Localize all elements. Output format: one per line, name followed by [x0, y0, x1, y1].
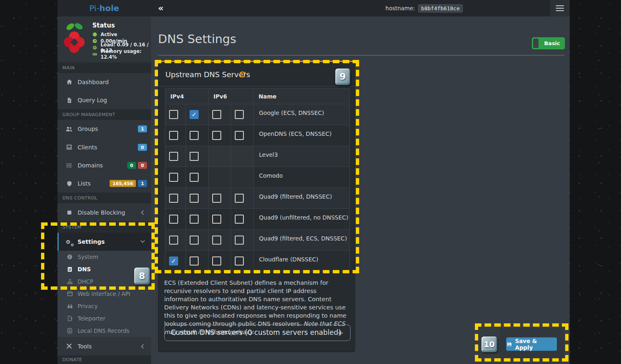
- ipv4-primary-checkbox[interactable]: [169, 256, 178, 266]
- sidebar-item-tools[interactable]: Tools: [57, 337, 151, 355]
- dns-book-icon: @: [66, 266, 73, 272]
- hamburger-menu-icon[interactable]: [550, 0, 570, 16]
- settings-submenu: System @ DNS DHCP: [57, 251, 151, 337]
- sidebar-item-clients[interactable]: Clients 0: [57, 138, 151, 156]
- groups-count-badge: 1: [138, 126, 147, 133]
- logo-prefix: Pi-: [89, 3, 99, 13]
- ipv4-primary-checkbox[interactable]: [169, 215, 178, 224]
- card-header: Upstream DNS Servers: [158, 62, 355, 87]
- server-name: Level3: [254, 146, 349, 167]
- sitemap-icon: [66, 278, 73, 285]
- ipv4-secondary-checkbox[interactable]: [190, 110, 199, 119]
- upstream-dns-table: IPv4 IPv6 Name Google (ECS, DNSSEC): [165, 88, 350, 272]
- pihole-logo[interactable]: Pi-hole: [57, 0, 151, 16]
- sidebar-item-teleporter[interactable]: Teleporter: [57, 312, 151, 325]
- ipv4-primary-checkbox[interactable]: [169, 152, 178, 161]
- ipv6-secondary-checkbox[interactable]: [235, 256, 244, 266]
- ipv6-primary-checkbox[interactable]: [212, 131, 221, 140]
- hostname-label: hostname:: [385, 5, 415, 11]
- ipv6-secondary-checkbox[interactable]: [235, 110, 244, 119]
- custom-dns-servers-toggle[interactable]: Custom DNS servers (0 custom servers ena…: [164, 325, 351, 341]
- table-row: Quad9 (filtered, ECS, DNSSEC): [165, 229, 349, 250]
- sidebar-item-lists[interactable]: Lists 165,456 1: [57, 174, 151, 192]
- ipv6-primary-checkbox[interactable]: [212, 194, 221, 203]
- chevron-left-icon: [140, 210, 145, 215]
- sidebar-collapse-icon[interactable]: «: [158, 0, 164, 16]
- sidebar-item-system[interactable]: System: [57, 251, 151, 263]
- list-icon: [66, 162, 73, 169]
- ipv4-secondary-checkbox[interactable]: [190, 194, 199, 203]
- ipv4-secondary-checkbox[interactable]: [190, 152, 199, 161]
- svg-text:@: @: [68, 267, 71, 271]
- server-name: Quad9 (unfiltered, no DNSSEC): [254, 209, 349, 229]
- section-header-dns-control: DNS CONTROL: [57, 192, 151, 203]
- ipv4-secondary-checkbox[interactable]: [190, 173, 199, 182]
- sidebar-item-disable-blocking[interactable]: Disable Blocking: [57, 203, 151, 222]
- column-header-ipv4: IPv4: [165, 89, 209, 104]
- section-header-donate: DONATE: [57, 355, 151, 364]
- ipv6-primary-checkbox[interactable]: [212, 215, 221, 224]
- cpu-icon: [92, 45, 97, 50]
- sidebar-item-groups[interactable]: Groups 1: [57, 120, 151, 138]
- ipv4-secondary-checkbox[interactable]: [190, 236, 199, 245]
- gears-icon: ⚙⚙: [66, 238, 73, 245]
- hostname-display: hostname: b8bf4fb618ce: [385, 0, 463, 16]
- sidebar-item-privacy[interactable]: Privacy: [57, 300, 151, 312]
- lists-domain-count-badge: 165,456: [110, 180, 136, 187]
- ipv6-secondary-checkbox[interactable]: [235, 194, 244, 203]
- column-header-name: Name: [254, 89, 349, 104]
- address-book-icon: [66, 327, 73, 334]
- ipv6-secondary-checkbox[interactable]: [235, 131, 244, 140]
- refresh-icon[interactable]: [239, 71, 246, 78]
- save-icon: [506, 341, 512, 347]
- ipv4-secondary-checkbox[interactable]: [190, 131, 199, 140]
- basic-expert-toggle[interactable]: Basic: [532, 37, 565, 49]
- sidebar-item-domains[interactable]: Domains 0 0: [57, 156, 151, 174]
- table-row: Google (ECS, DNSSEC): [165, 104, 349, 125]
- section-header-group-management: GROUP MANAGEMENT: [57, 109, 151, 120]
- sidebar: Status Active 0.00q/min: [57, 16, 151, 364]
- sidebar-item-query-log[interactable]: Query Log: [57, 91, 151, 109]
- ipv6-primary-checkbox[interactable]: [212, 256, 221, 266]
- ipv4-primary-checkbox[interactable]: [169, 173, 178, 182]
- ipv6-primary-checkbox[interactable]: [212, 236, 221, 245]
- ipv4-secondary-checkbox[interactable]: [190, 256, 199, 266]
- browser-icon: [66, 291, 73, 297]
- ipv6-secondary-checkbox[interactable]: [235, 236, 244, 245]
- gauge-icon: [92, 39, 97, 43]
- raspberry-logo: [62, 21, 87, 57]
- server-name: Google (ECS, DNSSEC): [254, 104, 349, 125]
- server-name: Cloudflare (DNSSEC): [254, 251, 349, 271]
- custom-dns-label: Custom DNS servers (0 custom servers ena…: [171, 328, 341, 337]
- save-apply-button[interactable]: Save & Apply: [506, 337, 557, 351]
- server-name: OpenDNS (ECS, DNSSEC): [254, 125, 349, 146]
- ipv6-primary-checkbox[interactable]: [212, 110, 221, 119]
- domains-deny-badge: 0: [138, 162, 147, 169]
- ipv4-secondary-checkbox[interactable]: [190, 215, 199, 224]
- ipv4-primary-checkbox[interactable]: [169, 110, 178, 119]
- save-panel: Save & Apply: [500, 328, 564, 359]
- ipv6-secondary-checkbox[interactable]: [235, 215, 244, 224]
- ipv4-primary-checkbox[interactable]: [169, 131, 178, 140]
- chevron-left-icon: [140, 343, 145, 349]
- sidebar-item-local-dns-records[interactable]: Local DNS Records: [57, 325, 151, 337]
- table-row: OpenDNS (ECS, DNSSEC): [165, 125, 349, 146]
- table-row: Quad9 (filtered, DNSSEC): [165, 188, 349, 208]
- file-export-icon: [66, 315, 73, 322]
- ipv4-primary-checkbox[interactable]: [169, 236, 178, 245]
- table-header-row: IPv4 IPv6 Name: [165, 89, 349, 104]
- domains-allow-badge: 0: [127, 162, 136, 169]
- column-header-ipv6: IPv6: [209, 89, 254, 104]
- plus-icon: +: [337, 328, 344, 337]
- tools-icon: [66, 343, 73, 350]
- server-name: Comodo: [254, 167, 349, 188]
- toggle-knob: [533, 39, 539, 48]
- sidebar-item-dashboard[interactable]: Dashboard: [57, 73, 151, 91]
- sidebar-item-web-interface-api[interactable]: Web interface / API: [57, 288, 151, 300]
- table-row: Cloudflare (DNSSEC): [165, 250, 349, 271]
- sidebar-item-settings[interactable]: ⚙⚙ Settings: [57, 233, 151, 251]
- status-memory: Memory usage: 12.4%: [92, 51, 151, 57]
- status-active: Active: [92, 31, 151, 38]
- ipv4-primary-checkbox[interactable]: [169, 194, 178, 203]
- table-row: Comodo: [165, 167, 349, 188]
